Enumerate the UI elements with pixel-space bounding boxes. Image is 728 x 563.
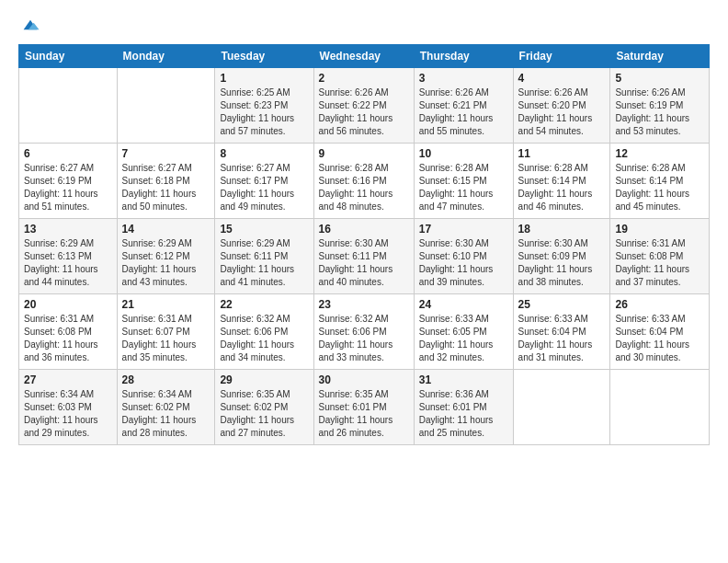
day-info: Sunrise: 6:33 AMSunset: 6:04 PMDaylight:…: [615, 313, 704, 364]
calendar-cell: 28Sunrise: 6:34 AMSunset: 6:02 PMDayligh…: [117, 370, 215, 445]
calendar-cell: 20Sunrise: 6:31 AMSunset: 6:08 PMDayligh…: [19, 294, 118, 370]
day-number: 13: [24, 223, 112, 236]
day-number: 17: [419, 223, 508, 236]
header: [18, 15, 710, 35]
day-number: 7: [122, 147, 210, 160]
day-number: 3: [419, 72, 508, 85]
logo: [18, 18, 40, 35]
day-number: 8: [220, 147, 308, 160]
weekday-header: Monday: [117, 45, 215, 68]
day-number: 24: [419, 298, 508, 311]
calendar-cell: 24Sunrise: 6:33 AMSunset: 6:05 PMDayligh…: [414, 294, 513, 370]
day-info: Sunrise: 6:34 AMSunset: 6:03 PMDaylight:…: [24, 388, 112, 440]
day-number: 10: [419, 147, 508, 160]
calendar-cell: 22Sunrise: 6:32 AMSunset: 6:06 PMDayligh…: [215, 294, 313, 370]
day-info: Sunrise: 6:32 AMSunset: 6:06 PMDaylight:…: [220, 313, 308, 364]
calendar-cell: 13Sunrise: 6:29 AMSunset: 6:13 PMDayligh…: [19, 219, 118, 294]
day-info: Sunrise: 6:33 AMSunset: 6:04 PMDaylight:…: [518, 313, 606, 364]
day-number: 31: [419, 373, 508, 386]
weekday-header: Tuesday: [215, 45, 313, 68]
calendar-cell: 5Sunrise: 6:26 AMSunset: 6:19 PMDaylight…: [610, 68, 710, 144]
day-info: Sunrise: 6:31 AMSunset: 6:08 PMDaylight:…: [24, 313, 112, 364]
calendar-cell: 29Sunrise: 6:35 AMSunset: 6:02 PMDayligh…: [215, 370, 313, 445]
day-info: Sunrise: 6:28 AMSunset: 6:16 PMDaylight:…: [319, 162, 409, 213]
day-info: Sunrise: 6:28 AMSunset: 6:14 PMDaylight:…: [615, 162, 704, 213]
calendar-cell: 8Sunrise: 6:27 AMSunset: 6:17 PMDaylight…: [215, 144, 313, 219]
calendar-cell: 11Sunrise: 6:28 AMSunset: 6:14 PMDayligh…: [513, 144, 610, 219]
day-number: 2: [319, 72, 409, 85]
calendar-cell: [513, 370, 610, 445]
weekday-header: Friday: [513, 45, 610, 68]
day-info: Sunrise: 6:30 AMSunset: 6:10 PMDaylight:…: [419, 237, 508, 289]
day-info: Sunrise: 6:28 AMSunset: 6:15 PMDaylight:…: [419, 162, 508, 213]
day-info: Sunrise: 6:25 AMSunset: 6:23 PMDaylight:…: [220, 86, 308, 138]
day-number: 27: [24, 373, 112, 386]
calendar-cell: 10Sunrise: 6:28 AMSunset: 6:15 PMDayligh…: [414, 144, 513, 219]
day-number: 20: [24, 298, 112, 311]
calendar-cell: [610, 370, 710, 445]
day-number: 1: [220, 72, 308, 85]
calendar-cell: 2Sunrise: 6:26 AMSunset: 6:22 PMDaylight…: [313, 68, 414, 144]
day-number: 15: [220, 223, 308, 236]
day-info: Sunrise: 6:29 AMSunset: 6:13 PMDaylight:…: [24, 237, 112, 289]
calendar-cell: 27Sunrise: 6:34 AMSunset: 6:03 PMDayligh…: [19, 370, 118, 445]
day-number: 16: [319, 223, 409, 236]
calendar-cell: 16Sunrise: 6:30 AMSunset: 6:11 PMDayligh…: [313, 219, 414, 294]
day-number: 28: [122, 373, 210, 386]
calendar-cell: 18Sunrise: 6:30 AMSunset: 6:09 PMDayligh…: [513, 219, 610, 294]
calendar-cell: [19, 68, 118, 144]
day-info: Sunrise: 6:31 AMSunset: 6:08 PMDaylight:…: [615, 237, 704, 289]
day-info: Sunrise: 6:30 AMSunset: 6:09 PMDaylight:…: [518, 237, 606, 289]
calendar-cell: 14Sunrise: 6:29 AMSunset: 6:12 PMDayligh…: [117, 219, 215, 294]
calendar-cell: 6Sunrise: 6:27 AMSunset: 6:19 PMDaylight…: [19, 144, 118, 219]
calendar-cell: 23Sunrise: 6:32 AMSunset: 6:06 PMDayligh…: [313, 294, 414, 370]
day-info: Sunrise: 6:36 AMSunset: 6:01 PMDaylight:…: [419, 388, 508, 440]
day-number: 12: [615, 147, 704, 160]
day-number: 19: [615, 223, 704, 236]
day-info: Sunrise: 6:26 AMSunset: 6:22 PMDaylight:…: [319, 86, 409, 138]
weekday-header: Saturday: [610, 45, 710, 68]
calendar-cell: 21Sunrise: 6:31 AMSunset: 6:07 PMDayligh…: [117, 294, 215, 370]
day-info: Sunrise: 6:29 AMSunset: 6:11 PMDaylight:…: [220, 237, 308, 289]
weekday-header: Sunday: [19, 45, 118, 68]
calendar-cell: 12Sunrise: 6:28 AMSunset: 6:14 PMDayligh…: [610, 144, 710, 219]
day-number: 18: [518, 223, 606, 236]
day-info: Sunrise: 6:33 AMSunset: 6:05 PMDaylight:…: [419, 313, 508, 364]
calendar-cell: 9Sunrise: 6:28 AMSunset: 6:16 PMDaylight…: [313, 144, 414, 219]
day-info: Sunrise: 6:31 AMSunset: 6:07 PMDaylight:…: [122, 313, 210, 364]
day-info: Sunrise: 6:34 AMSunset: 6:02 PMDaylight:…: [122, 388, 210, 440]
day-info: Sunrise: 6:27 AMSunset: 6:18 PMDaylight:…: [122, 162, 210, 213]
calendar-cell: 26Sunrise: 6:33 AMSunset: 6:04 PMDayligh…: [610, 294, 710, 370]
day-number: 5: [615, 72, 704, 85]
calendar-table: SundayMondayTuesdayWednesdayThursdayFrid…: [18, 44, 710, 445]
day-info: Sunrise: 6:27 AMSunset: 6:17 PMDaylight:…: [220, 162, 308, 213]
day-number: 6: [24, 147, 112, 160]
day-info: Sunrise: 6:35 AMSunset: 6:01 PMDaylight:…: [319, 388, 409, 440]
day-number: 23: [319, 298, 409, 311]
calendar-cell: 30Sunrise: 6:35 AMSunset: 6:01 PMDayligh…: [313, 370, 414, 445]
day-number: 21: [122, 298, 210, 311]
day-number: 29: [220, 373, 308, 386]
day-number: 11: [518, 147, 606, 160]
day-info: Sunrise: 6:26 AMSunset: 6:20 PMDaylight:…: [518, 86, 606, 138]
day-number: 30: [319, 373, 409, 386]
calendar-cell: 4Sunrise: 6:26 AMSunset: 6:20 PMDaylight…: [513, 68, 610, 144]
day-info: Sunrise: 6:35 AMSunset: 6:02 PMDaylight:…: [220, 388, 308, 440]
calendar-cell: 19Sunrise: 6:31 AMSunset: 6:08 PMDayligh…: [610, 219, 710, 294]
calendar-cell: 17Sunrise: 6:30 AMSunset: 6:10 PMDayligh…: [414, 219, 513, 294]
calendar-cell: 1Sunrise: 6:25 AMSunset: 6:23 PMDaylight…: [215, 68, 313, 144]
page: SundayMondayTuesdayWednesdayThursdayFrid…: [0, 0, 728, 563]
calendar-cell: 15Sunrise: 6:29 AMSunset: 6:11 PMDayligh…: [215, 219, 313, 294]
day-number: 9: [319, 147, 409, 160]
logo-icon: [20, 15, 40, 35]
day-info: Sunrise: 6:28 AMSunset: 6:14 PMDaylight:…: [518, 162, 606, 213]
weekday-header: Thursday: [414, 45, 513, 68]
day-info: Sunrise: 6:29 AMSunset: 6:12 PMDaylight:…: [122, 237, 210, 289]
day-info: Sunrise: 6:32 AMSunset: 6:06 PMDaylight:…: [319, 313, 409, 364]
day-number: 22: [220, 298, 308, 311]
day-number: 26: [615, 298, 704, 311]
day-info: Sunrise: 6:27 AMSunset: 6:19 PMDaylight:…: [24, 162, 112, 213]
day-number: 25: [518, 298, 606, 311]
calendar-cell: 7Sunrise: 6:27 AMSunset: 6:18 PMDaylight…: [117, 144, 215, 219]
calendar-cell: 25Sunrise: 6:33 AMSunset: 6:04 PMDayligh…: [513, 294, 610, 370]
